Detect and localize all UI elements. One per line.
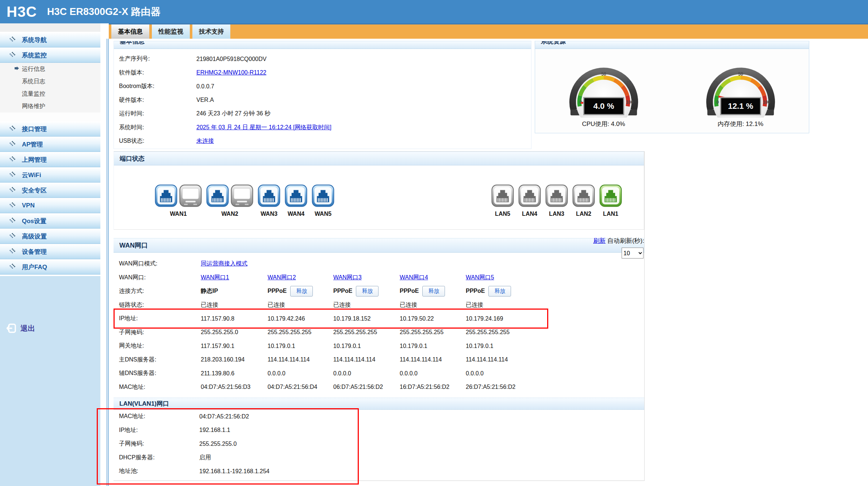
sidebar-item-traffic-monitor[interactable]: 流量监控 <box>0 88 100 100</box>
sidebar-item-internet-mgmt[interactable]: 上网管理 <box>0 152 100 167</box>
wan-section-title: WAN网口 <box>119 241 148 250</box>
info-row: Bootrom版本:0.0.0.7 <box>114 80 531 93</box>
sidebar-item-label: AP管理 <box>22 140 43 149</box>
port-status-body: WAN1WAN2WAN3WAN4WAN5 LAN5LAN4LAN3LAN2LAN… <box>114 165 644 217</box>
sidebar-item-label: VPN <box>22 202 35 209</box>
wan-cell-connect: PPPoE释放 <box>400 286 466 296</box>
info-row: 硬件版本:VER.A <box>114 93 531 107</box>
sidebar-item-advanced[interactable]: 高级设置 <box>0 229 100 244</box>
release-button[interactable]: 释放 <box>356 286 379 296</box>
wan-cell-dns2: 211.139.80.6 <box>201 370 268 377</box>
gauge-dial: 02550751004.0 % <box>561 58 646 118</box>
info-label: 硬件版本: <box>114 96 196 104</box>
sidebar-subitem-label: 网络维护 <box>22 103 45 110</box>
rj45-blue-port-icon <box>285 184 307 207</box>
wan-cell-mask: 255.255.255.255 <box>400 329 466 336</box>
info-label: 运行时间: <box>114 110 196 118</box>
lan-info-row: 子网掩码:255.255.255.0 <box>114 437 644 451</box>
sidebar-item-label: 系统监控 <box>22 51 47 60</box>
sidebar-item-user-faq[interactable]: 用户FAQ <box>0 259 100 275</box>
basic-info-panel-title: 基本信息 <box>120 41 145 46</box>
logout-button[interactable]: 退出 <box>6 323 35 334</box>
wan-cell-name: WAN网口1 <box>201 274 268 282</box>
lan-info-label: IP地址: <box>114 426 199 434</box>
wan-port-link[interactable]: WAN网口4 <box>400 274 428 280</box>
svg-text:75: 75 <box>763 80 768 85</box>
info-value[interactable]: 未连接 <box>196 137 214 145</box>
app-header: H3C H3C ER8300G2-X 路由器 <box>0 0 868 23</box>
sidebar-item-vpn[interactable]: VPN <box>0 198 100 213</box>
lan-info-label: MAC地址: <box>114 413 199 420</box>
sidebar-gap <box>0 112 100 121</box>
release-button[interactable]: 释放 <box>422 286 445 296</box>
wan-cell-connect: PPPoE释放 <box>466 286 644 296</box>
sidebar-item-system-log[interactable]: 系统日志 <box>0 75 100 88</box>
wan-port-link[interactable]: WAN网口2 <box>268 274 296 280</box>
wan-row-mac: MAC地址:04:D7:A5:21:56:D304:D7:A5:21:56:D4… <box>114 380 644 394</box>
menu-dots-icon <box>9 156 15 164</box>
wan-port-link[interactable]: WAN网口1 <box>201 274 229 280</box>
release-button[interactable]: 释放 <box>290 286 313 296</box>
sidebar-item-ap-mgmt[interactable]: AP管理 <box>0 137 100 152</box>
port-icons <box>312 184 334 208</box>
logout-icon <box>6 323 17 334</box>
sidebar-item-network-maintain[interactable]: 网络维护 <box>0 100 100 112</box>
wan-table: WAN网口模式:同运营商接入模式WAN网口:WAN网口1WAN网口2WAN网口3… <box>114 257 644 394</box>
sidebar-item-qos[interactable]: Qos设置 <box>0 213 100 229</box>
tabs: 基本信息性能监视技术支持 <box>109 24 230 39</box>
refresh-controls: 刷新 自动刷新(秒): <box>537 237 644 245</box>
port-label: WAN1 <box>170 211 187 217</box>
wan-cell-ip: 10.179.42.246 <box>268 315 333 322</box>
lan-info-row: IP地址:192.168.1.1 <box>114 424 644 437</box>
sidebar-item-interface-mgmt[interactable]: 接口管理 <box>0 121 100 137</box>
wan-row-label: 网关地址: <box>114 342 201 350</box>
wan-cell-mac: 06:D7:A5:21:56:D2 <box>333 384 400 390</box>
sidebar-subitem-label: 系统日志 <box>22 78 45 85</box>
wan-port-link[interactable]: WAN网口5 <box>466 274 494 280</box>
empty-slot-icon <box>231 184 253 207</box>
release-button[interactable]: 释放 <box>488 286 511 296</box>
memory-gauge-caption: 内存使用: 12.1% <box>718 120 764 128</box>
rj45-gray-icon <box>491 184 514 208</box>
sidebar-item-system-monitor[interactable]: 系统监控 <box>0 47 100 63</box>
info-row: 软件版本:ERHMG2-MNW100-R1122 <box>114 66 531 80</box>
wan-cell-mac: 04:D7:A5:21:56:D3 <box>201 384 268 390</box>
wan-mode-value[interactable]: 同运营商接入模式 <box>201 260 268 268</box>
rj45-blue-port-icon <box>258 184 280 207</box>
info-value[interactable]: ERHMG2-MNW100-R1122 <box>196 69 266 76</box>
tab-support[interactable]: 技术支持 <box>192 24 230 39</box>
sidebar-item-security-zone[interactable]: 安全专区 <box>0 183 100 198</box>
port-status-title: 端口状态 <box>120 154 145 163</box>
rj45-gray-port-icon <box>518 184 541 207</box>
port-icons <box>599 184 622 208</box>
wan-cell-status: 已连接 <box>201 301 268 309</box>
rj45-blue-icon <box>155 184 177 208</box>
sidebar-item-cloud-wifi[interactable]: 云WiFi <box>0 167 100 183</box>
svg-text:100: 100 <box>626 100 633 105</box>
rj45-blue-port-icon <box>206 184 229 207</box>
info-value[interactable]: 2025 年 03 月 24 日 星期一 16:12:24 [网络获取时间] <box>196 124 331 131</box>
cpu-gauge-dial: 02550751004.0 % <box>561 58 646 119</box>
tab-basic-info[interactable]: 基本信息 <box>111 24 149 39</box>
sidebar-item-device-mgmt[interactable]: 设备管理 <box>0 244 100 259</box>
cpu-gauge: 02550751004.0 %CPU使用: 4.0% <box>561 58 646 128</box>
tab-performance[interactable]: 性能监视 <box>152 24 190 39</box>
wan-cell-mask: 255.255.255.255 <box>268 329 333 336</box>
wan-cell-name: WAN网口2 <box>268 274 333 282</box>
wan-cell-mask: 255.255.255.255 <box>466 329 644 336</box>
router-admin-page: H3C H3C ER8300G2-X 路由器 系统导航系统监控运行信息系统日志流… <box>0 0 868 486</box>
svg-text:12.1 %: 12.1 % <box>728 102 753 111</box>
refresh-link[interactable]: 刷新 <box>593 237 606 244</box>
info-label: 生产序列号: <box>114 55 196 63</box>
connect-type: PPPoE <box>400 288 419 294</box>
sidebar-subitem-label: 流量监控 <box>22 90 45 98</box>
wan-cell-mask: 255.255.255.0 <box>201 329 268 336</box>
sidebar-item-system-nav[interactable]: 系统导航 <box>0 32 100 47</box>
wan-port-link[interactable]: WAN网口3 <box>333 274 362 280</box>
svg-text:4.0 %: 4.0 % <box>593 102 614 111</box>
menu-dots-icon <box>9 36 15 44</box>
sidebar-item-running-info[interactable]: 运行信息 <box>0 63 100 75</box>
h3c-logo: H3C <box>7 4 37 20</box>
wan-cell-name: WAN网口5 <box>466 274 644 282</box>
port-icons <box>545 184 568 208</box>
